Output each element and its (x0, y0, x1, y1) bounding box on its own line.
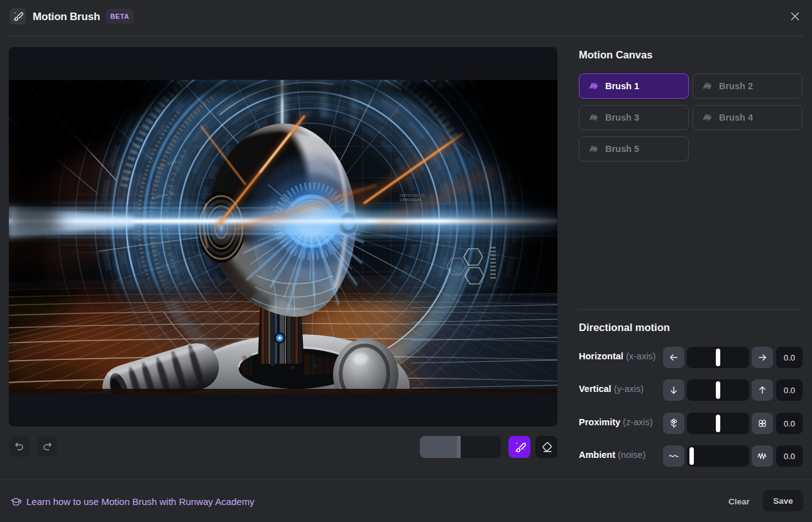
svg-text:COMMISSION: COMMISSION (400, 198, 420, 202)
svg-text:CERTIFIED TO: CERTIFIED TO (400, 193, 425, 198)
